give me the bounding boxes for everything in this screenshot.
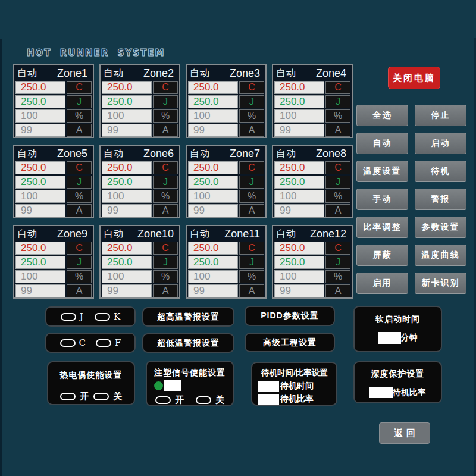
radio-pill-icon[interactable] [60,393,76,400]
tc-type-j-option[interactable]: J [61,311,83,322]
zone-output-percent: 100 [274,109,324,123]
radio-pill-icon[interactable] [155,396,171,404]
zone-panel[interactable]: 自动 Zone6 250.0 C 250.0 J 100 % 99 A [99,145,180,218]
zone-panel[interactable]: 自动 Zone11 250.0 C 250.0 J 100 % 99 A [186,225,267,299]
param-setting-button[interactable]: 参数设置 [415,217,466,238]
thermocouple-off-label: 关 [113,391,122,402]
ratio-adjust-button[interactable]: 比率调整 [356,217,408,238]
zone-panel[interactable]: 自动 Zone10 250.0 C 250.0 J 100 % 99 A [99,225,180,299]
thermocouple-off-option[interactable]: 关 [93,391,122,402]
radio-pill-icon[interactable] [61,313,76,321]
standby-button[interactable]: 待机 [415,161,466,182]
radio-pill-icon[interactable] [60,339,76,347]
manual-button[interactable]: 手动 [356,189,408,210]
zone-current-unit: A [67,284,92,298]
zone-output-percent: 100 [188,109,238,123]
injection-on-label: 开 [175,394,184,406]
temp-curve-button[interactable]: 温度曲线 [415,245,466,266]
radio-pill-icon[interactable] [96,339,111,347]
radio-pill-icon[interactable] [93,393,109,400]
auto-button[interactable]: 自动 [356,133,408,154]
zone-mode-label: 自动 [190,228,210,240]
enable-button[interactable]: 启用 [356,273,408,294]
soft-start-row: 分钟 [355,332,441,344]
select-all-button[interactable]: 全选 [356,105,408,126]
right-edge-strip [474,38,476,476]
zone-tc-type: J [153,95,178,108]
zone-current: 99 [15,124,65,137]
zone-panel[interactable]: 自动 Zone12 250.0 C 250.0 J 100 % 99 A [272,225,353,299]
standby-ratio-row: 待机比率 [258,394,331,405]
shield-button[interactable]: 屏蔽 [356,245,408,266]
zone-percent-unit: % [67,190,92,203]
zone-temp-unit: C [67,161,92,174]
depth-ratio-input[interactable] [369,387,393,398]
soft-start-panel: 软启动时间 分钟 [353,306,442,352]
zone-panel[interactable]: 自动 Zone5 250.0 C 250.0 J 100 % 99 A [13,145,94,218]
radio-pill-icon[interactable] [95,313,110,321]
zone-header: 自动 Zone3 [187,65,265,81]
zone-name-label: Zone8 [316,148,346,160]
zone-output-percent: 100 [188,190,238,203]
zone-current: 99 [102,284,152,298]
control-button-grid: 全选 停止 自动 启动 温度设置 待机 手动 警报 比率调整 参数设置 屏蔽 温… [356,105,466,294]
zone-current: 99 [274,204,324,217]
soft-start-input[interactable] [378,332,401,344]
zone-panel[interactable]: 自动 Zone1 250.0 C 250.0 J 100 % 99 A [13,64,94,138]
zone-panel[interactable]: 自动 Zone4 250.0 C 250.0 J 100 % 99 A [272,64,353,138]
standby-title: 待机时间/比率设置 [258,368,331,378]
scale-f-option[interactable]: F [96,337,121,348]
zone-output-percent: 100 [15,109,65,123]
new-card-id-button[interactable]: 新卡识别 [415,273,466,294]
zone-header: 自动 Zone11 [187,226,265,242]
standby-time-input[interactable] [258,381,279,392]
zone-panel[interactable]: 自动 Zone8 250.0 C 250.0 J 100 % 99 A [272,145,353,218]
injection-input[interactable] [164,380,181,391]
zone-tc-type: J [239,95,264,108]
zone-panel[interactable]: 自动 Zone9 250.0 C 250.0 J 100 % 99 A [13,225,94,299]
high-temp-alarm-button[interactable]: 超高温警报设置 [142,307,234,327]
low-temp-alarm-button[interactable]: 超低温警报设置 [142,333,234,353]
temp-setting-button[interactable]: 温度设置 [356,161,408,182]
zone-temp-unit: C [325,81,350,94]
zone-tc-type: J [239,176,264,189]
pidd-param-button[interactable]: PIDD参数设置 [245,306,335,326]
zone-set-temp: 250.0 [188,176,238,189]
zone-percent-unit: % [67,270,92,283]
back-button[interactable]: 返回 [379,422,430,444]
zone-actual-temp: 250.0 [15,242,65,255]
zone-panel[interactable]: 自动 Zone2 250.0 C 250.0 J 100 % 99 A [99,64,180,138]
advanced-eng-button[interactable]: 高级工程设置 [245,333,335,352]
zone-current: 99 [188,204,238,217]
zone-values: 250.0 C 250.0 J 100 % 99 A [14,242,93,299]
zone-output-percent: 100 [102,270,152,283]
zone-panel[interactable]: 自动 Zone7 250.0 C 250.0 J 100 % 99 A [186,145,267,218]
zone-percent-unit: % [239,190,264,203]
injection-on-option[interactable]: 开 [155,394,184,406]
zone-actual-temp: 250.0 [15,81,65,94]
zone-set-temp: 250.0 [15,176,65,189]
thermocouple-on-option[interactable]: 开 [60,391,89,402]
zone-tc-type: J [325,95,350,108]
tc-type-k-option[interactable]: K [95,311,120,322]
zone-name-label: Zone12 [310,228,346,240]
zone-temp-unit: C [153,161,178,174]
stop-button[interactable]: 停止 [415,105,466,126]
scale-f-label: F [115,337,121,348]
start-button[interactable]: 启动 [415,133,466,154]
scale-c-option[interactable]: C [60,337,86,348]
zone-actual-temp: 250.0 [274,81,324,94]
standby-ratio-input[interactable] [258,394,279,405]
zone-current: 99 [274,124,324,137]
zone-grid: 自动 Zone1 250.0 C 250.0 J 100 % 99 A 自动 Z… [13,64,353,299]
zone-name-label: Zone4 [316,67,346,80]
alarm-button[interactable]: 警报 [415,189,466,210]
zone-tc-type: J [325,256,350,269]
radio-pill-icon[interactable] [196,396,211,404]
shutdown-computer-button[interactable]: 关闭电脑 [388,67,440,89]
zone-percent-unit: % [325,190,350,203]
zone-actual-temp: 250.0 [102,81,152,94]
injection-toggles: 开 关 [154,394,226,406]
injection-off-option[interactable]: 关 [196,394,224,406]
zone-panel[interactable]: 自动 Zone3 250.0 C 250.0 J 100 % 99 A [186,64,267,138]
